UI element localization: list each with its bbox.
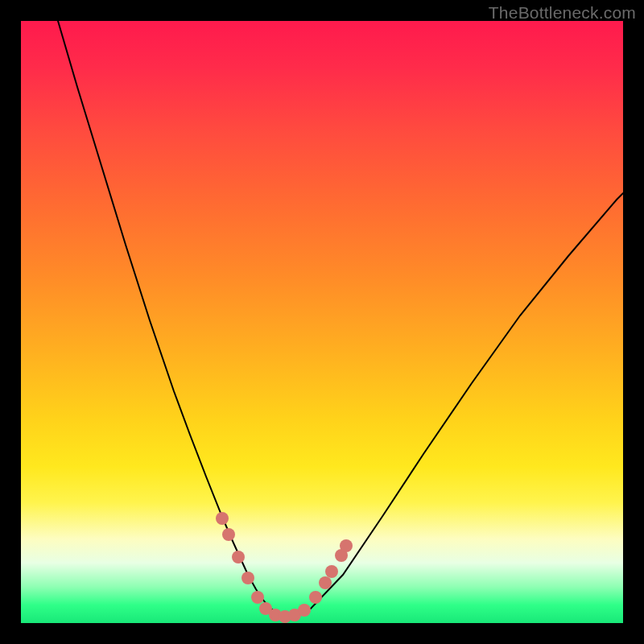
chart-svg (21, 21, 623, 623)
chart-marker-dot (309, 591, 322, 604)
chart-marker-dot (232, 551, 245, 564)
chart-frame: TheBottleneck.com (0, 0, 644, 644)
chart-marker-dot (251, 591, 264, 604)
chart-curve (58, 21, 623, 617)
chart-markers (216, 512, 353, 623)
chart-marker-dot (325, 565, 338, 578)
chart-marker-dot (319, 576, 332, 589)
chart-marker-dot (222, 528, 235, 541)
chart-marker-dot (242, 572, 254, 584)
chart-marker-dot (216, 512, 229, 525)
chart-marker-dot (298, 604, 311, 617)
watermark-label: TheBottleneck.com (489, 3, 636, 23)
chart-marker-dot (340, 539, 353, 552)
